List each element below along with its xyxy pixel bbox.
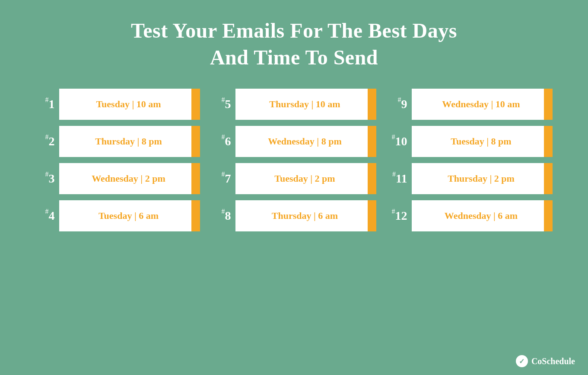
rank-box-text-5: Thursday | 10 am [235, 99, 368, 110]
rank-box-accent-8 [368, 200, 376, 231]
rank-box-8: Thursday | 6 am [235, 200, 376, 231]
rank-box-accent-7 [368, 163, 376, 194]
rank-box-text-3: Wednesday | 2 pm [59, 173, 191, 184]
rank-box-4: Tuesday | 6 am [59, 200, 200, 231]
column-3: #9Wednesday | 10 am#10Tuesday | 8 pm#11T… [388, 89, 553, 231]
rank-box-accent-11 [544, 163, 553, 194]
rank-item-5: #5Thursday | 10 am [212, 89, 376, 120]
rank-number-5: #5 [212, 98, 231, 110]
rank-number-7: #7 [212, 173, 231, 185]
rank-box-text-1: Tuesday | 10 am [59, 99, 191, 110]
rank-box-text-11: Thursday | 2 pm [412, 173, 544, 184]
rank-number-8: #8 [212, 210, 231, 222]
rank-item-11: #11Thursday | 2 pm [388, 163, 553, 194]
rank-box-accent-4 [191, 200, 200, 231]
rank-box-11: Thursday | 2 pm [412, 163, 553, 194]
rank-box-text-4: Tuesday | 6 am [59, 210, 191, 221]
rank-box-accent-10 [544, 126, 553, 157]
title-line2: And Time To Send [210, 46, 378, 69]
rank-box-10: Tuesday | 8 pm [412, 126, 553, 157]
branding-name: CoSchedule [531, 356, 575, 366]
rank-box-accent-6 [368, 126, 376, 157]
rank-number-12: #12 [388, 210, 407, 222]
rank-box-2: Thursday | 8 pm [59, 126, 200, 157]
rank-item-1: #1Tuesday | 10 am [36, 89, 200, 120]
branding: ✓ CoSchedule [516, 355, 575, 367]
rank-box-5: Thursday | 10 am [235, 89, 376, 120]
rank-box-3: Wednesday | 2 pm [59, 163, 200, 194]
title-line1: Test Your Emails For The Best Days [131, 19, 457, 42]
rank-number-2: #2 [36, 135, 55, 147]
rank-box-accent-12 [544, 200, 553, 231]
rank-box-accent-9 [544, 89, 553, 120]
rank-box-1: Tuesday | 10 am [59, 89, 200, 120]
rank-number-11: #11 [388, 173, 407, 185]
rank-item-12: #12Wednesday | 6 am [388, 200, 553, 231]
rank-box-text-2: Thursday | 8 pm [59, 136, 191, 147]
rank-box-6: Wednesday | 8 pm [235, 126, 376, 157]
branding-checkmark: ✓ [519, 357, 524, 365]
rank-box-accent-1 [191, 89, 200, 120]
rank-box-7: Tuesday | 2 pm [235, 163, 376, 194]
rank-item-2: #2Thursday | 8 pm [36, 126, 200, 157]
rank-box-text-9: Wednesday | 10 am [412, 99, 544, 110]
column-2: #5Thursday | 10 am#6Wednesday | 8 pm#7Tu… [212, 89, 376, 231]
rank-item-9: #9Wednesday | 10 am [388, 89, 553, 120]
rank-box-text-12: Wednesday | 6 am [412, 210, 544, 221]
rank-box-9: Wednesday | 10 am [412, 89, 553, 120]
rank-item-10: #10Tuesday | 8 pm [388, 126, 553, 157]
branding-logo: ✓ [516, 355, 528, 367]
rank-number-9: #9 [388, 98, 407, 110]
rank-number-1: #1 [36, 98, 55, 110]
rank-box-accent-3 [191, 163, 200, 194]
rank-item-4: #4Tuesday | 6 am [36, 200, 200, 231]
rank-number-3: #3 [36, 173, 55, 185]
rank-box-accent-2 [191, 126, 200, 157]
grid-container: #1Tuesday | 10 am#2Thursday | 8 pm#3Wedn… [0, 84, 588, 236]
rank-box-accent-5 [368, 89, 376, 120]
rank-item-8: #8Thursday | 6 am [212, 200, 376, 231]
rank-box-text-6: Wednesday | 8 pm [235, 136, 368, 147]
rank-item-7: #7Tuesday | 2 pm [212, 163, 376, 194]
rank-box-text-10: Tuesday | 8 pm [412, 136, 544, 147]
rank-item-3: #3Wednesday | 2 pm [36, 163, 200, 194]
rank-number-6: #6 [212, 135, 231, 147]
rank-box-text-7: Tuesday | 2 pm [235, 173, 368, 184]
rank-number-4: #4 [36, 210, 55, 222]
column-1: #1Tuesday | 10 am#2Thursday | 8 pm#3Wedn… [36, 89, 200, 231]
rank-box-12: Wednesday | 6 am [412, 200, 553, 231]
rank-box-text-8: Thursday | 6 am [235, 210, 368, 221]
rank-item-6: #6Wednesday | 8 pm [212, 126, 376, 157]
rank-number-10: #10 [388, 135, 407, 147]
title-section: Test Your Emails For The Best Days And T… [122, 0, 466, 84]
